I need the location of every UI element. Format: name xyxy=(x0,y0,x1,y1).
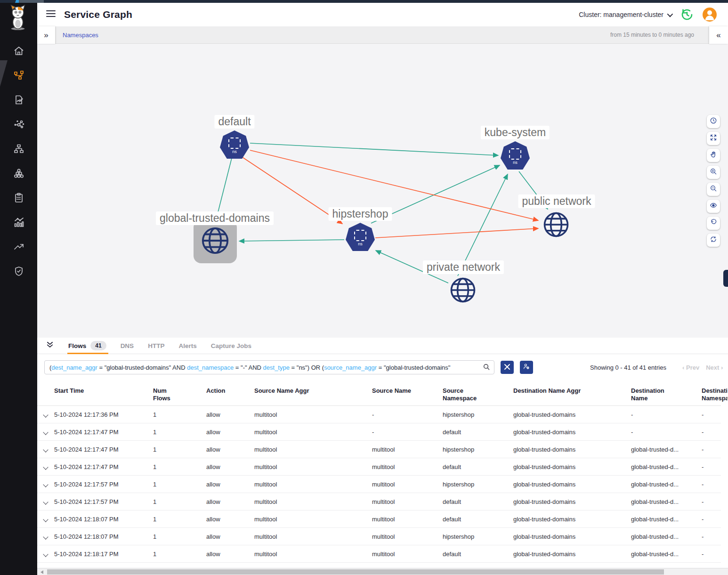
pan-mode-button[interactable] xyxy=(707,149,720,162)
details-panel-handle[interactable] xyxy=(723,270,728,287)
sidebar-item-trends[interactable] xyxy=(12,241,25,254)
table-cell: 5-10-2024 12:17:47 PM xyxy=(54,429,153,436)
fit-to-screen-button[interactable] xyxy=(707,132,720,145)
row-expander-icon[interactable] xyxy=(40,516,54,523)
refresh-icon xyxy=(710,235,717,245)
table-cell: default xyxy=(443,516,513,523)
cluster-selector-label: Cluster: management-cluster xyxy=(579,11,663,18)
clear-filter-button[interactable] xyxy=(501,361,514,374)
sidebar-item-workloads[interactable] xyxy=(12,168,25,181)
hamburger-menu-icon[interactable] xyxy=(46,10,56,19)
column-header-source-name-aggr[interactable]: Source Name Aggr xyxy=(254,387,372,395)
table-row[interactable]: 5-10-2024 12:18:17 PM1allowmultitoolmult… xyxy=(37,545,721,563)
history-button[interactable] xyxy=(680,8,694,22)
node-label-public-network[interactable]: public network xyxy=(518,194,595,208)
column-header-destination-name-aggr[interactable]: Destination Name Aggr xyxy=(513,387,631,395)
sidebar-item-endpoints[interactable] xyxy=(12,143,25,156)
row-expander-icon[interactable] xyxy=(40,446,54,453)
node-public-network[interactable] xyxy=(542,211,570,240)
table-cell: global-trusted-d... xyxy=(631,516,702,523)
horizontal-scrollbar-thumb[interactable] xyxy=(47,569,664,575)
node-global-trusted-domains[interactable] xyxy=(194,220,237,263)
tab-alerts[interactable]: Alerts xyxy=(178,338,196,354)
table-row[interactable]: 5-10-2024 12:17:47 PM1allowmultitool-def… xyxy=(37,423,721,441)
filter-row: (dest_name_aggr = "global-trusted-domain… xyxy=(44,360,728,374)
row-expander-icon[interactable] xyxy=(40,429,54,436)
node-kube-system[interactable]: ns xyxy=(501,141,530,170)
table-row[interactable]: 5-10-2024 12:17:36 PM1allowmultitool-hip… xyxy=(37,406,721,423)
search-icon[interactable] xyxy=(483,363,490,372)
circle-cluster-icon xyxy=(13,168,24,181)
row-expander-icon[interactable] xyxy=(40,463,54,470)
table-cell: allow xyxy=(206,498,254,505)
node-label-kube-system[interactable]: kube-system xyxy=(481,126,550,139)
tab-flows[interactable]: Flows 41 xyxy=(68,338,106,354)
table-cell: default xyxy=(443,498,513,505)
table-row[interactable]: 5-10-2024 12:17:57 PM1allowmultitoolmult… xyxy=(37,476,721,493)
node-default[interactable]: ns xyxy=(220,130,249,159)
tab-capture-jobs[interactable]: Capture Jobs xyxy=(211,338,251,354)
node-private-network[interactable] xyxy=(449,276,477,306)
sidebar-item-home[interactable] xyxy=(12,45,25,58)
row-expander-icon[interactable] xyxy=(40,551,54,558)
time-settings-button[interactable] xyxy=(707,115,720,128)
table-row[interactable]: 5-10-2024 12:18:07 PM1allowmultitoolmult… xyxy=(37,510,721,528)
column-header-destination-name[interactable]: Destination Name xyxy=(631,387,680,403)
node-label-private-network[interactable]: private network xyxy=(423,260,504,274)
row-expander-icon[interactable] xyxy=(40,498,54,505)
row-expander-icon[interactable] xyxy=(40,533,54,540)
column-header-destination-namespace[interactable]: Destination Namespace xyxy=(702,387,728,404)
service-graph-canvas[interactable]: ns ns ns xyxy=(37,44,728,338)
row-expander-icon[interactable] xyxy=(40,481,54,488)
prev-page-button[interactable]: ‹ Prev xyxy=(682,364,699,371)
globe-icon xyxy=(542,232,570,240)
breadcrumb-bar: » Namespaces from 15 minutes to 0 minute… xyxy=(37,26,728,44)
next-page-button[interactable]: Next › xyxy=(706,364,723,371)
column-header-source-name[interactable]: Source Name xyxy=(372,387,443,395)
tab-http[interactable]: HTTP xyxy=(148,338,164,354)
filter-settings-button[interactable] xyxy=(520,361,533,374)
visibility-button[interactable] xyxy=(707,200,720,213)
table-row[interactable]: 5-10-2024 12:17:47 PM1allowmultitoolmult… xyxy=(37,441,721,458)
user-avatar[interactable] xyxy=(703,8,717,22)
node-label-hipstershop[interactable]: hipstershop xyxy=(329,207,392,221)
zoom-out-button[interactable] xyxy=(707,183,720,196)
sidebar-item-policies[interactable] xyxy=(12,94,25,107)
zoom-in-button[interactable] xyxy=(707,166,720,179)
tab-dns[interactable]: DNS xyxy=(121,338,134,354)
globe-icon xyxy=(449,297,477,305)
column-header-start-time[interactable]: Start Time xyxy=(54,387,153,395)
node-label-global-trusted-domains[interactable]: global-trusted-domains xyxy=(156,211,274,225)
sidebar-item-nodes[interactable] xyxy=(12,119,25,132)
pager: ‹ Prev Next › xyxy=(682,364,723,371)
breadcrumb[interactable]: Namespaces xyxy=(63,32,98,39)
sidebar-item-service-graph[interactable] xyxy=(12,70,25,83)
refresh-button[interactable] xyxy=(707,234,720,247)
panel-tabs: Flows 41 DNS HTTP Alerts Capture Jobs xyxy=(37,338,728,354)
collapse-panel-button[interactable]: « xyxy=(709,26,728,44)
table-cell: global-trusted-domains xyxy=(513,429,631,436)
table-row[interactable]: 5-10-2024 12:17:57 PM1allowmultitoolmult… xyxy=(37,493,721,510)
table-cell: 5-10-2024 12:18:07 PM xyxy=(54,533,153,540)
sidebar-item-timeline[interactable] xyxy=(12,217,25,230)
row-expander-icon[interactable] xyxy=(40,411,54,418)
column-header-num-flows[interactable]: Num Flows xyxy=(153,387,206,403)
sidebar-item-compliance[interactable] xyxy=(12,192,25,205)
cluster-selector[interactable]: Cluster: management-cluster xyxy=(579,11,671,18)
expand-panel-button[interactable]: » xyxy=(37,26,55,44)
sidebar-item-threat-defense[interactable] xyxy=(12,266,25,279)
flow-filter-input[interactable]: (dest_name_aggr = "global-trusted-domain… xyxy=(44,360,494,374)
page-title: Service Graph xyxy=(64,9,132,20)
horizontal-scrollbar[interactable] xyxy=(37,568,728,575)
scroll-left-arrow[interactable] xyxy=(40,570,43,574)
table-row[interactable]: 5-10-2024 12:17:47 PM1allowmultitoolmult… xyxy=(37,458,721,476)
table-cell: - xyxy=(372,429,443,436)
node-label-default[interactable]: default xyxy=(214,115,254,129)
shield-check-icon xyxy=(13,266,24,279)
collapse-flows-panel-button[interactable] xyxy=(46,340,54,351)
column-header-action[interactable]: Action xyxy=(206,387,254,395)
node-hipstershop[interactable]: ns xyxy=(346,223,375,251)
undo-button[interactable] xyxy=(707,217,720,230)
column-header-source-namespace[interactable]: Source Namespace xyxy=(443,387,492,403)
table-row[interactable]: 5-10-2024 12:18:07 PM1allowmultitoolmult… xyxy=(37,528,721,545)
